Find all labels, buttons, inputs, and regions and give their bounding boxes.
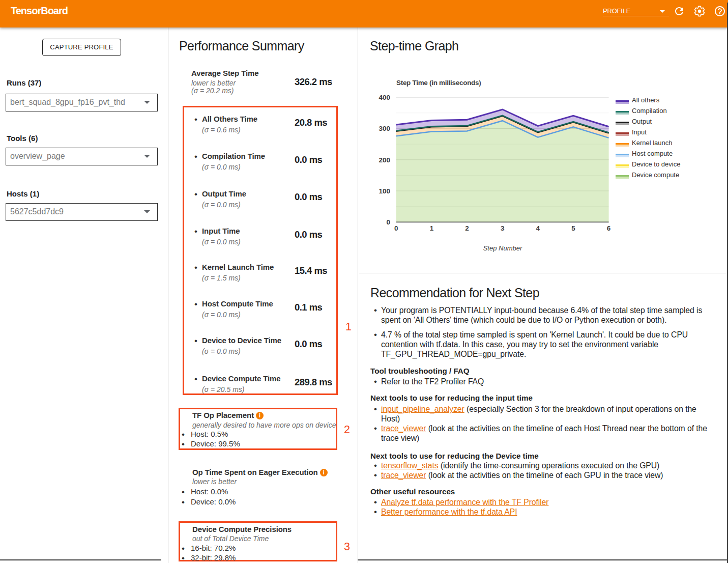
svg-text:100: 100 [378, 187, 390, 195]
svg-text:300: 300 [378, 125, 390, 132]
svg-text:0: 0 [386, 218, 390, 226]
svg-text:2: 2 [465, 224, 469, 232]
svg-text:5: 5 [571, 224, 575, 232]
svg-text:4: 4 [536, 224, 540, 232]
svg-text:0: 0 [394, 224, 398, 232]
svg-text:6: 6 [607, 224, 611, 232]
svg-text:1: 1 [430, 224, 434, 232]
svg-text:200: 200 [378, 156, 390, 164]
svg-text:400: 400 [378, 94, 390, 101]
svg-text:3: 3 [501, 224, 505, 232]
